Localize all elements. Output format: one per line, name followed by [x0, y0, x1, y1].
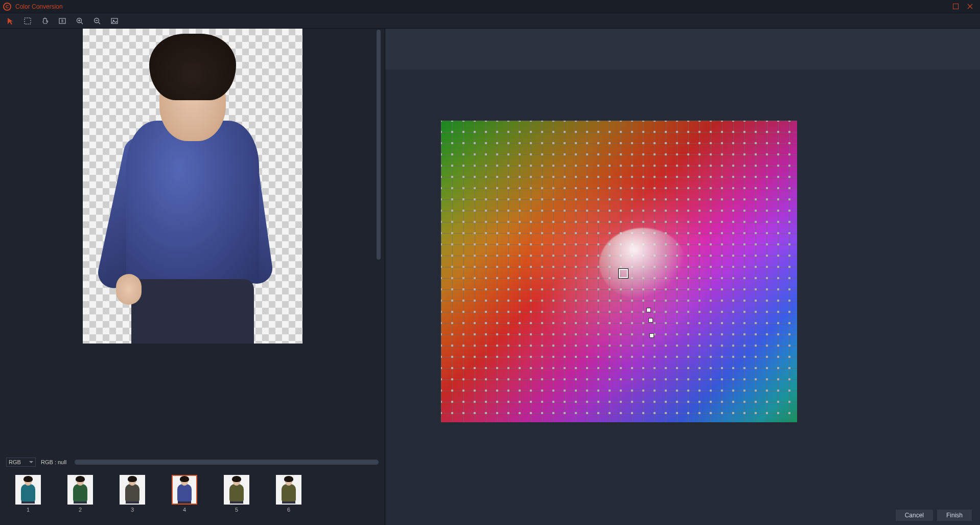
thumbnail-strip: 123456 — [0, 469, 385, 525]
image-settings-icon[interactable] — [109, 16, 120, 26]
picker-cursor[interactable] — [619, 269, 628, 278]
thumbnail-item[interactable]: 4 — [172, 475, 197, 513]
thumbnail[interactable] — [276, 475, 301, 505]
thumbnail[interactable] — [15, 475, 41, 505]
thumbnail-index: 4 — [183, 507, 186, 513]
colorspace-select[interactable]: RGB — [6, 458, 36, 467]
thumbnail-index: 3 — [131, 507, 134, 513]
thumbnail-index: 2 — [79, 507, 82, 513]
preview-area[interactable] — [0, 29, 385, 455]
titlebar: C Color Conversion — [0, 0, 980, 13]
thumbnail[interactable] — [67, 475, 93, 505]
preview-canvas[interactable] — [83, 29, 302, 344]
select-tool-icon[interactable] — [5, 16, 15, 26]
thumbnail-item[interactable]: 3 — [120, 475, 145, 513]
thumbnail[interactable] — [224, 475, 249, 505]
thumbnail[interactable] — [120, 475, 145, 505]
dialog-buttons: Cancel Finish — [896, 510, 972, 521]
app-icon: C — [3, 3, 11, 11]
cancel-button[interactable]: Cancel — [896, 510, 933, 521]
hand-tool-icon[interactable] — [40, 16, 50, 26]
thumbnail-item[interactable]: 2 — [67, 475, 93, 513]
thumbnail[interactable] — [172, 475, 197, 505]
color-readout: RGB : null — [41, 459, 66, 465]
fit-tool-icon[interactable] — [57, 16, 67, 26]
thumbnail-index: 5 — [235, 507, 238, 513]
chevron-down-icon — [29, 461, 33, 463]
picker-handle[interactable] — [649, 333, 654, 338]
zoom-out-icon[interactable] — [92, 16, 102, 26]
thumbnail-item[interactable]: 6 — [276, 475, 301, 513]
scrollbar-thumb[interactable] — [75, 460, 379, 465]
right-header-bar — [385, 29, 980, 70]
thumbnail-index: 1 — [27, 507, 30, 513]
thumbnail-item[interactable]: 1 — [15, 475, 41, 513]
preview-footer: RGB RGB : null — [0, 455, 385, 469]
close-button[interactable] — [963, 2, 977, 12]
preview-vertical-scrollbar[interactable] — [377, 30, 381, 260]
color-picker[interactable] — [441, 121, 797, 422]
right-pane: Cancel Finish — [385, 29, 980, 525]
picker-handle[interactable] — [646, 308, 651, 312]
toolbar — [0, 13, 980, 29]
preview-horizontal-scrollbar[interactable] — [75, 460, 379, 465]
window-title: Color Conversion — [15, 3, 63, 10]
picker-handle[interactable] — [648, 318, 653, 323]
svg-rect-0 — [953, 4, 958, 9]
finish-button[interactable]: Finish — [937, 510, 972, 521]
thumbnail-index: 6 — [287, 507, 290, 513]
zoom-in-icon[interactable] — [75, 16, 85, 26]
left-pane: RGB RGB : null 123456 — [0, 29, 385, 525]
sample-region — [599, 228, 686, 300]
subject-silhouette — [101, 29, 285, 344]
thumbnail-item[interactable]: 5 — [224, 475, 249, 513]
marquee-tool-icon[interactable] — [22, 16, 33, 26]
maximize-button[interactable] — [948, 2, 963, 12]
colorspace-selected-label: RGB — [9, 459, 21, 465]
svg-rect-1 — [25, 18, 31, 24]
